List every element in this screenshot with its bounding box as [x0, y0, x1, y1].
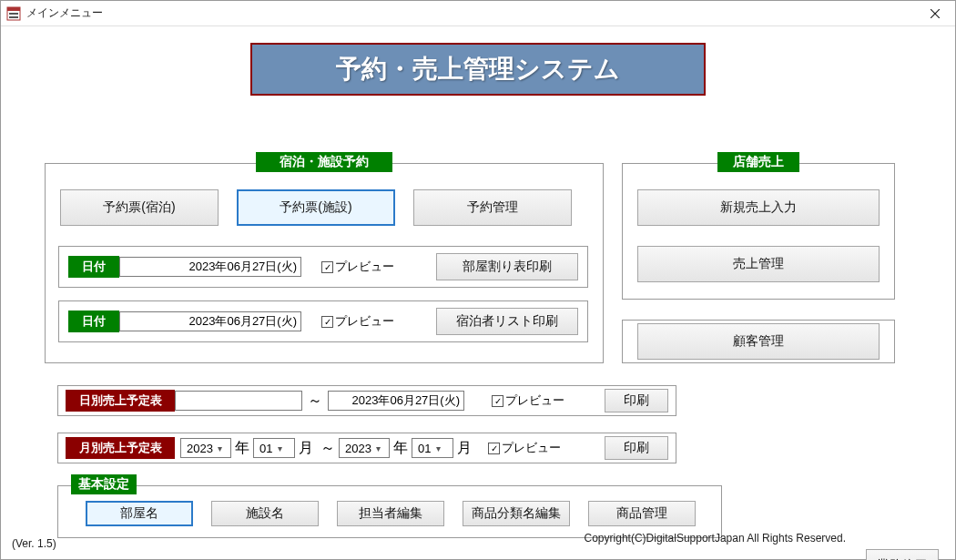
version-label: (Ver. 1.5) [12, 537, 56, 550]
monthly-from-year[interactable]: 2023▾ [180, 438, 231, 458]
settings-room-button[interactable]: 部屋名 [86, 501, 193, 526]
room-preview-label: プレビュー [335, 259, 394, 275]
main-window: メインメニュー 予約・売上管理システム 宿泊・施設予約 予約票(宿泊) 予約票(… [0, 0, 956, 560]
svg-rect-2 [9, 13, 18, 15]
daily-label: 日別売上予定表 [66, 390, 175, 412]
customer-box: 顧客管理 [622, 320, 895, 363]
settings-group: 基本設定 部屋名 施設名 担当者編集 商品分類名編集 商品管理 [57, 485, 722, 538]
room-date-field[interactable]: 2023年06月27日(火) [119, 257, 301, 277]
reservation-facility-button[interactable]: 予約票(施設) [237, 189, 395, 226]
daily-sales-row: 日別売上予定表 ～ 2023年06月27日(火) ✓ プレビュー 印刷 [57, 385, 676, 416]
month-suffix: 月 [457, 439, 472, 458]
year-suffix: 年 [235, 439, 249, 458]
settings-group-label: 基本設定 [71, 474, 137, 494]
room-print-button[interactable]: 部屋割り表印刷 [436, 253, 578, 280]
daily-print-button[interactable]: 印刷 [605, 389, 668, 412]
window-title: メインメニュー [26, 5, 914, 21]
guest-preview-label: プレビュー [335, 313, 394, 330]
close-icon [931, 9, 940, 18]
content-area: 予約・売上管理システム 宿泊・施設予約 予約票(宿泊) 予約票(施設) 予約管理… [1, 43, 955, 96]
room-allocation-row: 日付 2023年06月27日(火) ✓ プレビュー 部屋割り表印刷 [58, 246, 588, 288]
room-preview-checkbox[interactable]: ✓ プレビュー [321, 259, 394, 275]
titlebar: メインメニュー [1, 1, 955, 26]
daily-preview-checkbox[interactable]: ✓ プレビュー [492, 392, 564, 409]
window-close-button[interactable] [914, 1, 955, 26]
app-icon [6, 6, 21, 21]
reservation-group-label: 宿泊・施設予約 [256, 152, 392, 172]
sales-group: 店舗売上 新規売上入力 売上管理 [622, 163, 895, 300]
main-title: 予約・売上管理システム [250, 43, 706, 96]
monthly-from-month[interactable]: 01▾ [253, 438, 295, 458]
daily-from-field[interactable] [175, 391, 302, 411]
reservation-stay-button[interactable]: 予約票(宿泊) [60, 189, 219, 226]
tilde-label: ～ [320, 439, 335, 458]
sales-group-label: 店舗売上 [717, 152, 799, 172]
checkbox-icon: ✓ [488, 443, 500, 454]
checkbox-icon: ✓ [492, 395, 503, 407]
chevron-down-icon: ▾ [371, 443, 386, 453]
sales-manage-button[interactable]: 売上管理 [637, 246, 880, 282]
svg-rect-3 [9, 16, 18, 18]
monthly-label: 月別売上予定表 [66, 437, 175, 459]
daily-preview-label: プレビュー [505, 392, 564, 409]
guest-print-button[interactable]: 宿泊者リスト印刷 [436, 308, 578, 335]
guest-date-field[interactable]: 2023年06月27日(火) [119, 311, 301, 331]
monthly-to-year[interactable]: 2023▾ [339, 438, 390, 458]
monthly-preview-checkbox[interactable]: ✓ プレビュー [488, 440, 561, 456]
copyright-label: Copyright(C)DigitalSupportJapan All Righ… [585, 532, 846, 545]
date-label: 日付 [68, 311, 119, 332]
year-suffix: 年 [393, 439, 408, 458]
settings-facility-button[interactable]: 施設名 [211, 501, 319, 526]
settings-category-button[interactable]: 商品分類名編集 [463, 501, 570, 526]
guest-preview-checkbox[interactable]: ✓ プレビュー [321, 313, 394, 330]
reservation-manage-button[interactable]: 予約管理 [413, 189, 572, 226]
tilde-label: ～ [308, 392, 322, 411]
chevron-down-icon: ▾ [213, 443, 228, 453]
exit-button[interactable]: 業務終了 [866, 549, 939, 560]
monthly-print-button[interactable]: 印刷 [605, 436, 668, 460]
chevron-down-icon: ▾ [272, 443, 287, 453]
monthly-preview-label: プレビュー [502, 440, 561, 456]
settings-product-button[interactable]: 商品管理 [588, 501, 696, 526]
guest-list-row: 日付 2023年06月27日(火) ✓ プレビュー 宿泊者リスト印刷 [58, 300, 588, 342]
month-suffix: 月 [299, 439, 313, 458]
sales-new-button[interactable]: 新規売上入力 [637, 189, 880, 226]
chevron-down-icon: ▾ [431, 443, 445, 453]
checkbox-icon: ✓ [321, 316, 333, 328]
settings-staff-button[interactable]: 担当者編集 [337, 501, 444, 526]
date-label: 日付 [68, 256, 119, 278]
checkbox-icon: ✓ [321, 261, 333, 273]
daily-to-field[interactable]: 2023年06月27日(火) [328, 391, 464, 411]
monthly-to-month[interactable]: 01▾ [412, 438, 453, 458]
reservation-group: 宿泊・施設予約 予約票(宿泊) 予約票(施設) 予約管理 日付 2023年06月… [45, 163, 604, 363]
svg-rect-1 [7, 7, 20, 11]
monthly-sales-row: 月別売上予定表 2023▾ 年 01▾ 月 ～ 2023▾ 年 01▾ 月 ✓ … [57, 433, 676, 463]
customer-manage-button[interactable]: 顧客管理 [637, 323, 880, 360]
